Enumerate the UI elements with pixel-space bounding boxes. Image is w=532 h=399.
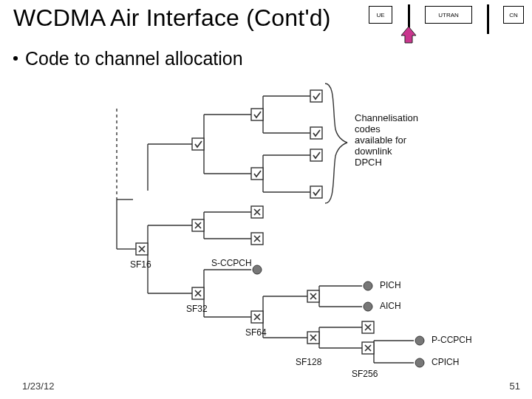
bullet-dot <box>13 56 18 61</box>
utran-label: UTRAN <box>438 12 459 18</box>
annot-l1: Channelisation <box>355 112 418 123</box>
brace-annotation: Channelisation codes available for downl… <box>355 113 418 168</box>
utran-box: UTRAN <box>425 6 472 24</box>
cn-box: CN <box>503 6 524 24</box>
svg-rect-40 <box>133 191 151 208</box>
bullet-1-text: Code to channel allocation <box>25 48 243 69</box>
aich-label: AICH <box>380 301 401 311</box>
sf32-label: SF32 <box>186 304 208 314</box>
ue-label: UE <box>376 12 384 18</box>
bullet-1: Code to channel allocation <box>13 48 243 69</box>
cpich-label: CPICH <box>432 357 459 367</box>
sf64-label: SF64 <box>245 327 267 338</box>
sf256-label: SF256 <box>352 369 378 379</box>
code-tree-diagram: SF16 SF32 SF64 SF128 SF256 S-CCPCH PICH … <box>103 70 517 392</box>
sccpch-label: S-CCPCH <box>211 258 252 268</box>
footer-date: 1/23/12 <box>22 381 54 392</box>
slide: WCDMA Air Interface (Cont'd) Code to cha… <box>0 0 532 399</box>
sf128-label: SF128 <box>296 357 321 367</box>
footer-page: 51 <box>510 381 520 392</box>
mini-divider-2 <box>487 4 489 34</box>
sf16-label: SF16 <box>130 259 151 270</box>
annot-l5: DPCH <box>355 157 382 168</box>
ue-box: UE <box>369 6 392 24</box>
pccpch-label: P-CCPCH <box>432 335 472 345</box>
annot-l4: downlink <box>355 146 392 157</box>
annot-l2: codes <box>355 123 381 134</box>
mini-arch-diagram: UE UTRAN CN <box>369 6 528 43</box>
svg-marker-0 <box>401 27 416 43</box>
cn-label: CN <box>509 12 518 18</box>
code-tree-svg <box>103 70 517 395</box>
page-title: WCDMA Air Interface (Cont'd) <box>13 4 331 32</box>
annot-l3: available for <box>355 134 406 146</box>
pich-label: PICH <box>380 280 401 290</box>
pink-arrow-icon <box>398 27 420 46</box>
